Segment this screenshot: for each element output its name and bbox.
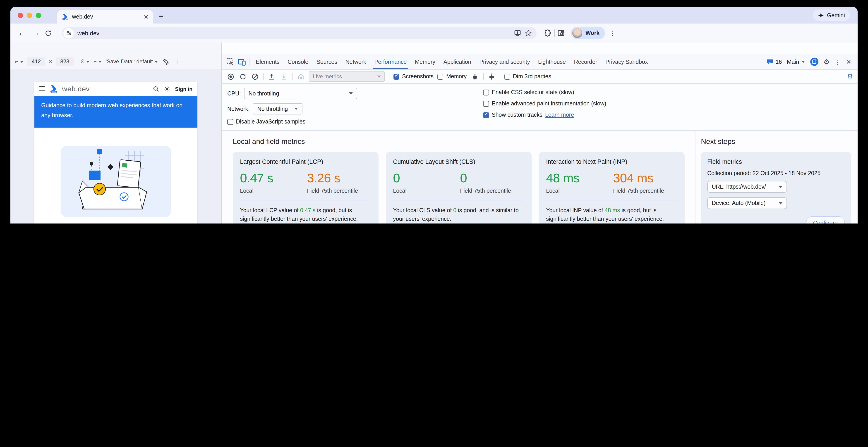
field-metrics-title: Field metrics xyxy=(707,158,845,165)
inp-field-value: 304 ms xyxy=(613,171,680,185)
profile-button[interactable]: Work xyxy=(571,27,605,39)
memory-checkbox[interactable]: Memory xyxy=(438,73,467,80)
lcp-field-value: 3.26 s xyxy=(307,171,374,185)
paint-instrumentation-box[interactable] xyxy=(483,101,489,107)
sign-in-button[interactable]: Sign in xyxy=(175,86,192,92)
live-metrics-home-icon[interactable] xyxy=(297,73,305,80)
device-height-input[interactable]: 823 xyxy=(56,57,74,66)
garbage-collect-icon[interactable] xyxy=(471,73,479,80)
site-search-icon[interactable] xyxy=(153,86,159,92)
minimize-window-button[interactable] xyxy=(27,13,32,18)
save-data-select[interactable]: 'Save-Data': default xyxy=(106,58,158,65)
record-icon[interactable] xyxy=(226,73,235,80)
dim-3rd-parties-checkbox[interactable]: Dim 3rd parties xyxy=(504,73,551,80)
devtools-close-icon[interactable]: ✕ xyxy=(846,58,851,65)
install-app-icon[interactable] xyxy=(514,29,521,37)
configure-button[interactable]: Configure xyxy=(806,216,845,224)
tab-console[interactable]: Console xyxy=(283,54,312,69)
tab-memory[interactable]: Memory xyxy=(411,54,439,69)
zoom-select[interactable]: Ɛ xyxy=(81,58,90,65)
network-throttling-select[interactable]: No throttling xyxy=(253,103,303,114)
new-tab-button[interactable]: + xyxy=(159,13,163,21)
cpu-throttling-select[interactable]: No throttling xyxy=(244,88,357,99)
maximize-window-button[interactable] xyxy=(36,13,41,18)
extensions-icon[interactable] xyxy=(544,29,552,37)
screenshots-label: Screenshots xyxy=(402,73,434,80)
theme-toggle-icon[interactable] xyxy=(164,86,170,92)
devtools-settings-icon[interactable]: ⚙ xyxy=(824,58,830,66)
next-steps-title: Next steps xyxy=(701,138,851,146)
inspect-element-icon[interactable] xyxy=(224,56,236,68)
network-label: Network: xyxy=(227,106,250,112)
webdev-logo-text[interactable]: web.dev xyxy=(62,85,90,93)
custom-tracks-learn-more-link[interactable]: Learn more xyxy=(545,112,574,118)
paint-instrumentation-checkbox[interactable]: Enable advanced paint instrumentation (s… xyxy=(483,100,606,107)
custom-tracks-checkbox[interactable]: Show custom tracks Learn more xyxy=(483,112,606,118)
screenshots-checkbox[interactable]: Screenshots xyxy=(394,73,434,80)
device-posture-icon[interactable] xyxy=(810,58,819,66)
memory-checkbox-box[interactable] xyxy=(438,73,443,79)
dim-3rd-parties-checkbox-box[interactable] xyxy=(504,73,510,79)
custom-tracks-box[interactable] xyxy=(483,112,489,118)
tab-title: web.dev xyxy=(72,13,93,20)
field-url-select[interactable]: URL: https://web.dev/ xyxy=(707,181,787,193)
throttle-select[interactable]: ⌐ xyxy=(93,58,102,65)
browser-tab[interactable]: web.dev ✕ xyxy=(57,10,153,24)
field-device-select[interactable]: Device: Auto (Mobile) xyxy=(707,197,787,209)
tab-sources[interactable]: Sources xyxy=(312,54,341,69)
cls-description: Your local CLS value of 0 is good, and i… xyxy=(393,206,524,223)
gemini-button[interactable]: Gemini xyxy=(813,9,850,21)
browser-menu-icon[interactable]: ⋮ xyxy=(608,29,618,37)
device-width-input[interactable]: 412 xyxy=(27,57,45,66)
back-button[interactable]: ← xyxy=(16,29,28,37)
tab-privacy-sandbox[interactable]: Privacy Sandbox xyxy=(601,54,652,69)
paint-instrumentation-label: Enable advanced paint instrumentation (s… xyxy=(492,100,606,107)
lcp-local-value: 0.47 s xyxy=(240,171,307,185)
site-body: Building a better web, together web.dev … xyxy=(34,128,197,224)
device-toolbar-menu-icon[interactable]: ⋮ xyxy=(173,58,183,65)
browser-toolbar: ← → web.dev xyxy=(10,24,858,42)
download-profile-icon[interactable] xyxy=(280,73,288,80)
device-type-select[interactable]: ⌐ xyxy=(15,58,24,65)
tab-performance[interactable]: Performance xyxy=(370,54,411,69)
close-window-button[interactable] xyxy=(18,13,23,18)
tab-recorder[interactable]: Recorder xyxy=(570,54,601,69)
screenshots-checkbox-box[interactable] xyxy=(394,73,399,79)
devtools-menu-icon[interactable]: ⋮ xyxy=(835,58,841,65)
tab-network[interactable]: Network xyxy=(341,54,370,69)
profile-label: Work xyxy=(585,30,599,36)
throttling-icon[interactable] xyxy=(488,73,496,80)
capture-settings-icon[interactable]: ⚙ xyxy=(847,72,853,80)
tab-close-icon[interactable]: ✕ xyxy=(144,13,149,20)
css-selector-stats-checkbox[interactable]: Enable CSS selector stats (slow) xyxy=(483,89,606,96)
clear-icon[interactable] xyxy=(251,73,259,80)
lcp-local-label: Local xyxy=(240,188,307,194)
css-selector-stats-label: Enable CSS selector stats (slow) xyxy=(492,89,574,96)
forward-button[interactable]: → xyxy=(30,29,42,37)
css-selector-stats-box[interactable] xyxy=(483,89,489,95)
bookmark-star-icon[interactable] xyxy=(525,29,532,37)
reload-button[interactable] xyxy=(45,30,57,36)
search-tabs-icon[interactable] xyxy=(557,29,565,37)
rotate-device-icon[interactable] xyxy=(163,58,169,65)
upload-profile-icon[interactable] xyxy=(268,73,276,80)
url-bar[interactable]: web.dev xyxy=(62,27,536,39)
device-toolbar-toggle-icon[interactable] xyxy=(236,56,248,68)
device-viewport: web.dev Sign in Guidan xyxy=(10,69,221,224)
tab-elements[interactable]: Elements xyxy=(252,54,283,69)
disable-js-samples-checkbox[interactable]: Disable JavaScript samples xyxy=(227,118,483,125)
issues-counter[interactable]: 16 xyxy=(767,59,782,65)
lcp-card: Largest Contentful Paint (LCP) 0.47 s Lo… xyxy=(233,152,378,224)
disable-js-samples-box[interactable] xyxy=(227,119,233,125)
site-settings-icon[interactable] xyxy=(63,28,74,38)
hero-illustration xyxy=(61,146,171,217)
devtools-tabbar: Elements Console Sources Network Perform… xyxy=(222,54,858,70)
main-context-select[interactable]: Main xyxy=(787,59,805,65)
hamburger-menu-icon[interactable] xyxy=(39,87,45,92)
window-controls xyxy=(18,13,41,18)
tab-application[interactable]: Application xyxy=(439,54,475,69)
tab-lighthouse[interactable]: Lighthouse xyxy=(534,54,570,69)
tab-privacy-security[interactable]: Privacy and security xyxy=(475,54,534,69)
record-reload-icon[interactable] xyxy=(239,73,247,80)
cpu-label: CPU: xyxy=(227,90,241,97)
